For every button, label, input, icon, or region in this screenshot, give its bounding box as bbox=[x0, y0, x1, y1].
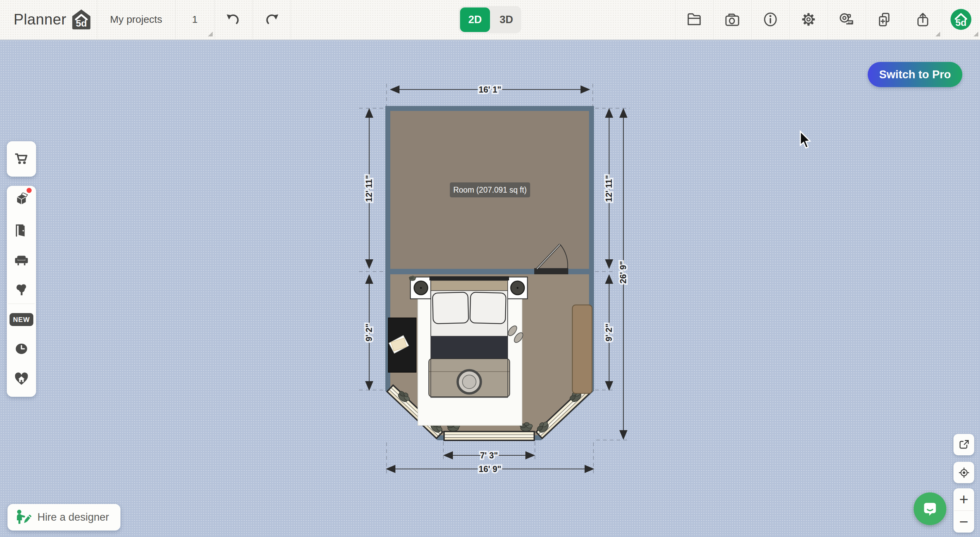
snapshot-button[interactable] bbox=[713, 0, 751, 39]
settings-gear-icon bbox=[800, 11, 817, 27]
bench[interactable] bbox=[572, 305, 592, 394]
furniture-sofa-icon bbox=[14, 252, 29, 268]
svg-text:5d: 5d bbox=[76, 18, 87, 29]
svg-text:5d: 5d bbox=[956, 18, 967, 28]
dim-top: 16' 1" bbox=[479, 85, 501, 94]
shopping-cart-icon bbox=[13, 151, 30, 167]
double-bed[interactable] bbox=[429, 276, 510, 397]
tab-3d[interactable]: 3D bbox=[492, 6, 521, 33]
chat-widget-button[interactable] bbox=[914, 492, 946, 525]
dropdown-corner bbox=[935, 32, 940, 37]
svg-text:Room (207.091 sq ft): Room (207.091 sq ft) bbox=[453, 185, 527, 194]
center-view-button[interactable] bbox=[953, 462, 974, 483]
tool-history[interactable] bbox=[7, 334, 36, 363]
app-window: 16' 1" 12' 11" 9' 2" 12' 11" 9' 2" 26' 9… bbox=[0, 0, 980, 537]
my-projects-button[interactable]: My projects bbox=[97, 0, 175, 39]
duplicate-button[interactable] bbox=[865, 0, 904, 39]
dim-right-total: 26' 9" bbox=[618, 261, 628, 284]
tape-measure-icon bbox=[838, 11, 855, 27]
dropdown-corner bbox=[208, 32, 213, 37]
redo-icon bbox=[264, 11, 279, 27]
projects-folder-button[interactable] bbox=[675, 0, 713, 39]
switch-to-pro-button[interactable]: Switch to Pro bbox=[868, 62, 962, 87]
bed-tray[interactable] bbox=[458, 370, 481, 394]
dim-left-upper: 12' 11" bbox=[364, 175, 374, 202]
external-link-icon bbox=[957, 438, 971, 452]
measure-button[interactable] bbox=[827, 0, 865, 39]
hire-designer-label: Hire a designer bbox=[37, 511, 109, 523]
dim-left-lower: 9' 2" bbox=[364, 323, 374, 342]
view-mode-toggle: 2D 3D bbox=[459, 6, 521, 33]
new-badge: NEW bbox=[10, 313, 33, 326]
dim-right-lower: 9' 2" bbox=[604, 323, 614, 342]
hire-designer-button[interactable]: Hire a designer bbox=[8, 504, 121, 531]
dim-right-upper: 12' 11" bbox=[604, 175, 614, 202]
zoom-in-button[interactable]: + bbox=[953, 488, 974, 510]
nightstand-left[interactable] bbox=[409, 276, 431, 299]
folder-icon bbox=[686, 11, 702, 27]
snapshot-camera-icon bbox=[724, 11, 740, 27]
dropdown-corner bbox=[974, 32, 978, 37]
tool-construction[interactable] bbox=[7, 186, 36, 215]
divider bbox=[291, 0, 291, 39]
app-logo[interactable]: Planner 5d bbox=[14, 0, 92, 39]
duplicate-plus-icon bbox=[877, 11, 893, 27]
brand-house-icon: 5d bbox=[70, 8, 92, 30]
outdoor-tree-icon bbox=[14, 282, 29, 298]
shop-button[interactable] bbox=[7, 141, 36, 177]
mouse-cursor bbox=[800, 131, 810, 148]
tool-furniture[interactable] bbox=[7, 246, 36, 275]
open-external-button[interactable] bbox=[953, 434, 974, 455]
top-toolbar: Planner 5d My projects 1 bbox=[0, 0, 980, 40]
tool-outdoor[interactable] bbox=[7, 276, 36, 305]
notification-dot bbox=[27, 188, 32, 193]
dim-bottom-window: 7' 3" bbox=[480, 451, 498, 460]
floorplan-canvas[interactable]: 16' 1" 12' 11" 9' 2" 12' 11" 9' 2" 26' 9… bbox=[0, 0, 980, 537]
catalog-toolbar: NEW bbox=[7, 186, 36, 397]
construction-cube-icon bbox=[14, 193, 29, 208]
chat-bubble-icon bbox=[921, 500, 939, 518]
favorites-heart-home-icon bbox=[14, 371, 29, 387]
locate-target-icon bbox=[957, 466, 971, 480]
designer-person-pencil-icon bbox=[15, 509, 32, 526]
door-icon bbox=[14, 223, 29, 238]
room-label[interactable]: Room (207.091 sq ft) bbox=[450, 182, 530, 198]
nightstand-right[interactable] bbox=[507, 277, 527, 299]
account-avatar: 5d bbox=[950, 8, 972, 30]
export-button[interactable] bbox=[904, 0, 942, 39]
bay-window-center[interactable] bbox=[443, 431, 535, 441]
settings-button[interactable] bbox=[789, 0, 827, 39]
zoom-out-button[interactable]: − bbox=[953, 511, 974, 533]
floor-selector[interactable]: 1 bbox=[175, 0, 215, 39]
history-clock-icon bbox=[14, 341, 29, 357]
tool-new-items[interactable]: NEW bbox=[7, 305, 36, 334]
tool-favorites[interactable] bbox=[7, 364, 36, 394]
brand-name: Planner bbox=[14, 11, 66, 28]
zoom-controls: + − bbox=[953, 488, 974, 532]
redo-button[interactable] bbox=[253, 0, 291, 39]
export-share-icon bbox=[915, 11, 931, 27]
info-icon bbox=[762, 11, 778, 27]
undo-icon bbox=[226, 11, 241, 27]
account-button[interactable]: 5d bbox=[942, 0, 980, 39]
tool-doors-windows[interactable] bbox=[7, 216, 36, 245]
dim-bottom-total: 16' 9" bbox=[479, 464, 501, 474]
undo-button[interactable] bbox=[215, 0, 253, 39]
info-button[interactable] bbox=[751, 0, 789, 39]
tab-2d[interactable]: 2D bbox=[460, 8, 490, 32]
desk[interactable] bbox=[388, 318, 416, 372]
